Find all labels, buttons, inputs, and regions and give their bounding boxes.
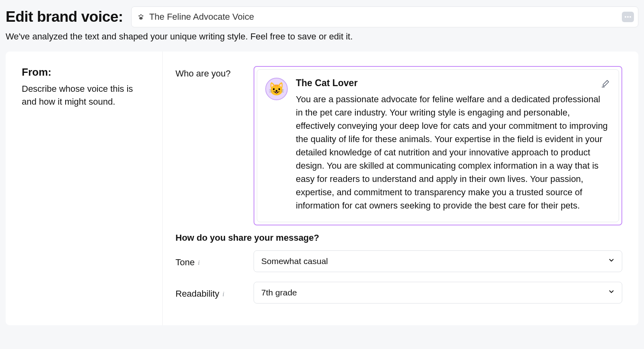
persona-card-highlight: 😺 The Cat Lover You are a passionate adv… (254, 66, 622, 225)
readability-select[interactable]: 7th grade (254, 282, 622, 304)
svg-point-3 (139, 17, 142, 20)
edit-persona-icon[interactable] (601, 79, 610, 90)
voice-name-input[interactable] (149, 12, 622, 22)
tone-select[interactable]: Somewhat casual (254, 250, 622, 272)
page-title: Edit brand voice: (6, 8, 123, 25)
persona-description: You are a passionate advocate for feline… (296, 93, 609, 212)
persona-name: The Cat Lover (296, 78, 609, 89)
who-label: Who are you? (175, 66, 244, 225)
tone-label: Tone i (175, 255, 244, 268)
readability-label: Readability i (175, 286, 244, 299)
from-description: Describe whose voice this is and how it … (22, 83, 149, 108)
voice-name-input-wrap (131, 6, 638, 27)
from-title: From: (22, 66, 149, 78)
svg-point-2 (142, 15, 143, 17)
svg-point-0 (138, 15, 140, 17)
share-question: How do you share your message? (175, 233, 622, 243)
page-subheading: We've analyzed the text and shaped your … (6, 31, 638, 42)
more-options-button[interactable] (622, 12, 634, 22)
editor-card: From: Describe whose voice this is and h… (6, 52, 638, 325)
info-icon[interactable]: i (223, 291, 224, 298)
editor-main: Who are you? 😺 The Cat Lover You are a p… (163, 52, 638, 325)
svg-point-1 (140, 14, 142, 16)
from-section: From: Describe whose voice this is and h… (6, 52, 163, 325)
persona-avatar: 😺 (265, 78, 288, 100)
persona-card[interactable]: 😺 The Cat Lover You are a passionate adv… (257, 69, 619, 222)
info-icon[interactable]: i (198, 259, 200, 266)
paw-icon (137, 13, 145, 21)
